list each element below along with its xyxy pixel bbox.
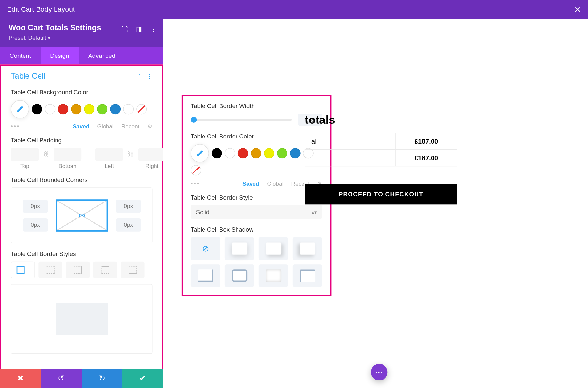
label-box-shadow: Table Cell Box Shadow bbox=[191, 226, 322, 233]
row-value: £187.00 bbox=[396, 150, 457, 166]
section-title[interactable]: Table Cell bbox=[11, 72, 45, 81]
shadow-preset-8[interactable] bbox=[293, 264, 322, 287]
shadow-preset-5[interactable] bbox=[191, 264, 220, 287]
color-tab-global[interactable]: Global bbox=[267, 180, 283, 186]
eyedropper-icon bbox=[196, 149, 204, 157]
corner-br-input[interactable] bbox=[116, 218, 141, 231]
builder-fab[interactable]: ••• bbox=[371, 364, 388, 380]
border-left[interactable] bbox=[38, 262, 62, 278]
swatch-black[interactable] bbox=[32, 104, 42, 115]
shadow-preset-4[interactable] bbox=[293, 237, 322, 260]
shadow-preset-2[interactable] bbox=[225, 237, 254, 260]
expand-icon[interactable]: ⛶ bbox=[122, 25, 128, 33]
eyedropper-button[interactable] bbox=[191, 144, 209, 162]
padding-bottom-input[interactable] bbox=[54, 148, 81, 161]
padding-top-input[interactable] bbox=[11, 148, 39, 161]
swatch-black[interactable] bbox=[212, 148, 222, 158]
border-width-slider[interactable] bbox=[191, 119, 292, 121]
corners-link-box[interactable] bbox=[56, 200, 108, 232]
link-icon[interactable]: ⛓ bbox=[43, 151, 49, 157]
box-shadow-presets: ⊘ bbox=[191, 237, 322, 287]
eyedropper-icon bbox=[16, 105, 24, 113]
color-tab-saved[interactable]: Saved bbox=[73, 123, 89, 130]
cart-totals-title: totals bbox=[305, 113, 457, 127]
preset-selector[interactable]: Preset: Default ▾ bbox=[9, 34, 155, 41]
border-right[interactable] bbox=[66, 262, 90, 278]
link-icon bbox=[77, 211, 86, 220]
shadow-none[interactable]: ⊘ bbox=[191, 237, 220, 260]
color-tab-global[interactable]: Global bbox=[97, 123, 114, 130]
eyedropper-button[interactable] bbox=[11, 100, 29, 119]
swatch-yellow[interactable] bbox=[84, 104, 94, 115]
tab-advanced[interactable]: Advanced bbox=[79, 47, 125, 64]
undo-button[interactable]: ↺ bbox=[41, 369, 82, 388]
bg-color-swatches bbox=[11, 100, 152, 119]
border-all[interactable] bbox=[11, 262, 35, 278]
swatch-blue[interactable] bbox=[110, 104, 121, 115]
border-preview bbox=[11, 284, 152, 354]
page-preview: totals al£187.00 £187.00 PROCEED TO CHEC… bbox=[305, 113, 457, 205]
sidebar-header: Woo Cart Totals Settings Preset: Default… bbox=[0, 19, 163, 47]
rounded-corners-control bbox=[11, 188, 152, 244]
border-top[interactable] bbox=[93, 262, 117, 278]
label-bg-color: Table Cell Background Color bbox=[11, 89, 152, 96]
label-rounded: Table Cell Rounded Corners bbox=[11, 176, 152, 183]
no-icon: ⊘ bbox=[202, 243, 209, 254]
swatch-white2[interactable] bbox=[123, 104, 134, 115]
redo-button[interactable]: ↻ bbox=[82, 369, 122, 388]
corner-tr-input[interactable] bbox=[116, 200, 141, 213]
tab-design[interactable]: Design bbox=[41, 47, 79, 64]
window-titlebar: Edit Cart Body Layout × bbox=[0, 0, 588, 19]
swatch-yellow[interactable] bbox=[264, 148, 274, 158]
corner-bl-input[interactable] bbox=[23, 218, 48, 231]
label-border-styles: Table Cell Border Styles bbox=[11, 250, 152, 257]
row-value: £187.00 bbox=[396, 133, 457, 149]
save-button[interactable]: ✔ bbox=[122, 369, 163, 388]
swatch-none[interactable] bbox=[191, 165, 201, 175]
border-style-picker bbox=[11, 262, 152, 278]
settings-tabs: Content Design Advanced bbox=[0, 47, 163, 64]
swatch-none[interactable] bbox=[136, 104, 147, 115]
settings-sidebar: Woo Cart Totals Settings Preset: Default… bbox=[0, 19, 163, 388]
design-panel: Table Cell ˄⋮ Table Cell Background Colo… bbox=[0, 64, 163, 378]
label-border-width: Table Cell Border Width bbox=[191, 102, 322, 109]
tab-content[interactable]: Content bbox=[0, 47, 41, 64]
select-arrows-icon: ▴▾ bbox=[312, 209, 317, 215]
kebab-icon[interactable]: ⋮ bbox=[146, 73, 153, 80]
link-icon[interactable]: ⛓ bbox=[128, 151, 134, 157]
color-tab-recent[interactable]: Recent bbox=[122, 123, 139, 130]
cancel-button[interactable]: ✖ bbox=[0, 369, 41, 388]
shadow-preset-7[interactable] bbox=[259, 264, 288, 287]
label-border-color: Table Cell Border Color bbox=[191, 133, 322, 140]
close-icon[interactable]: × bbox=[574, 3, 581, 16]
swatch-white[interactable] bbox=[45, 104, 55, 115]
border-bottom[interactable] bbox=[121, 262, 144, 278]
swatch-orange[interactable] bbox=[71, 104, 81, 115]
snap-icon[interactable]: ◨ bbox=[136, 25, 142, 33]
color-tab-saved[interactable]: Saved bbox=[242, 180, 259, 186]
swatch-green[interactable] bbox=[97, 104, 107, 115]
chevron-up-icon[interactable]: ˄ bbox=[139, 73, 141, 80]
swatch-orange[interactable] bbox=[251, 148, 261, 158]
padding-left-input[interactable] bbox=[95, 148, 123, 161]
sidebar-footer-buttons: ✖ ↺ ↻ ✔ bbox=[0, 369, 163, 388]
padding-right-input[interactable] bbox=[138, 148, 163, 161]
more-dots-icon[interactable]: ••• bbox=[191, 180, 200, 187]
kebab-icon[interactable]: ⋮ bbox=[150, 25, 156, 33]
shadow-preset-6[interactable] bbox=[225, 264, 254, 287]
border-style-select[interactable]: Solid ▴▾ bbox=[191, 205, 322, 219]
row-label: al bbox=[305, 133, 396, 149]
proceed-to-checkout-button[interactable]: PROCEED TO CHECKOUT bbox=[305, 184, 457, 205]
swatch-red[interactable] bbox=[238, 148, 248, 158]
window-title: Edit Cart Body Layout bbox=[7, 6, 74, 13]
swatch-white[interactable] bbox=[225, 148, 235, 158]
slider-handle[interactable] bbox=[191, 117, 197, 123]
swatch-red[interactable] bbox=[58, 104, 68, 115]
shadow-preset-3[interactable] bbox=[259, 237, 288, 260]
swatch-green[interactable] bbox=[277, 148, 287, 158]
cart-totals-table: al£187.00 £187.00 bbox=[305, 133, 457, 167]
gear-icon[interactable]: ⚙ bbox=[147, 123, 153, 130]
swatch-blue[interactable] bbox=[290, 148, 301, 158]
more-dots-icon[interactable]: ••• bbox=[11, 123, 20, 130]
corner-tl-input[interactable] bbox=[23, 200, 48, 213]
